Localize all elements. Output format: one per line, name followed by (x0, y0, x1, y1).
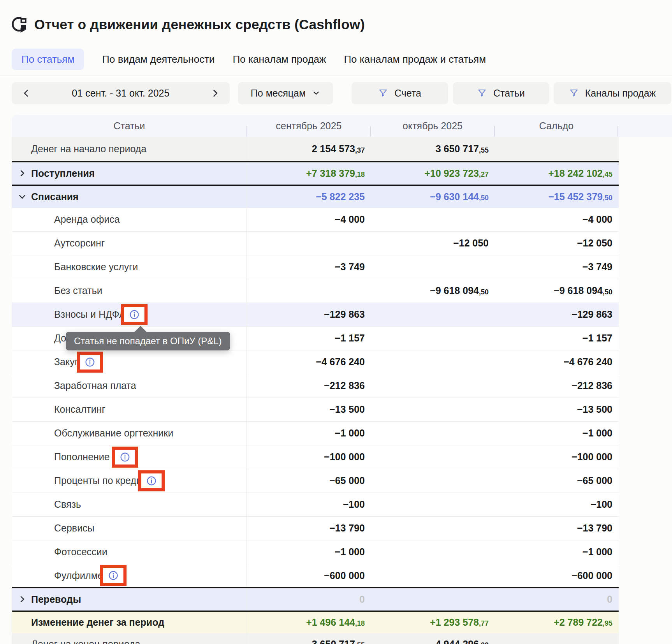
article-cell: Обслуживание оргтехники (12, 422, 247, 445)
page-title: Отчет о движении денежных средств (Cashf… (34, 17, 365, 32)
row-ad-account-topup: Пополнение РК−100 000−100 000 (12, 445, 619, 469)
row-expenses[interactable]: Списания−5 822 235−9 630 144,50−15 452 3… (12, 185, 619, 208)
row-label: Денег на конец периода (31, 639, 141, 644)
row-contributions-ndfl: Взносы и НДФЛСтатья не попадает в ОПиУ (… (12, 303, 619, 327)
value-cell: +1 496 144,18 (247, 612, 371, 633)
info-icon[interactable] (120, 452, 130, 462)
chevron-left-icon[interactable] (22, 89, 31, 98)
value-cell (371, 398, 494, 421)
row-purchases: Закупки−4 676 240−4 676 240 (12, 350, 619, 374)
filter-articles[interactable]: Статьи (453, 82, 549, 104)
chevron-down-icon[interactable] (18, 192, 26, 201)
value-cell (371, 588, 494, 611)
article-cell: Взносы и НДФЛ (12, 303, 247, 326)
value-cell: −12 050 (494, 232, 618, 255)
row-opening-balance: Денег на начало периода2 154 573,373 650… (12, 137, 619, 161)
row-label: Консалтинг (54, 404, 106, 415)
value-cell (494, 137, 618, 161)
value-cell (371, 327, 494, 350)
value-cell: −12 050 (371, 232, 494, 255)
chevron-right-icon[interactable] (18, 169, 26, 178)
value-cell: −129 863 (494, 303, 618, 326)
filter-label: Каналы продаж (585, 88, 656, 99)
article-cell: Консалтинг (12, 398, 247, 421)
value-cell (371, 422, 494, 445)
info-icon[interactable] (129, 310, 139, 320)
article-cell: Переводы (12, 588, 247, 611)
value-cell: −13 500 (247, 398, 371, 421)
value-cell: −4 676 240 (494, 350, 618, 374)
value-cell (247, 232, 371, 255)
value-cell: −100 000 (494, 445, 618, 469)
grouping-select[interactable]: По месяцам (238, 82, 333, 104)
value-cell: −5 822 235 (247, 186, 371, 208)
value-cell: 0 (494, 588, 618, 611)
row-incomes[interactable]: Поступления+7 318 379,18+10 923 723,27+1… (12, 161, 619, 185)
filter-accounts[interactable]: Счета (352, 82, 448, 104)
row-office-rent: Аренда офиса−4 000−4 000 (12, 208, 619, 232)
value-cell (371, 303, 494, 326)
row-label: Связь (54, 499, 81, 510)
tab-by-articles[interactable]: По статьям (12, 49, 84, 70)
chevron-right-icon[interactable] (210, 89, 219, 98)
value-cell: −4 000 (247, 208, 371, 231)
tab-by-activity-type[interactable]: По видам деятельности (102, 49, 215, 70)
row-label: Сервисы (54, 523, 95, 534)
row-telecom: Связь−100−100 (12, 493, 619, 517)
article-cell: Банковские услуги (12, 255, 247, 279)
row-transfers[interactable]: Переводы00 (12, 587, 619, 611)
chevron-right-icon[interactable] (18, 595, 26, 604)
value-cell: −100 (247, 493, 371, 516)
row-label: Взносы и НДФЛ (54, 309, 125, 320)
value-cell (371, 374, 494, 398)
row-label: Изменение денег за период (31, 617, 164, 628)
article-cell: Пополнение РК (12, 445, 247, 469)
info-icon[interactable] (146, 476, 157, 486)
app-header: Отчет о движении денежных средств (Cashf… (0, 0, 672, 42)
cashflow-icon (11, 16, 28, 33)
article-cell: Сервисы (12, 517, 247, 540)
value-cell: −600 000 (494, 564, 618, 587)
value-cell: −13 790 (247, 517, 371, 540)
value-cell: −4 000 (494, 208, 618, 231)
row-label: Поступления (31, 168, 95, 179)
cashflow-table-body: Денег на начало периода2 154 573,373 650… (12, 137, 619, 644)
article-cell: Аренда офиса (12, 208, 247, 231)
chevron-down-icon (312, 89, 320, 97)
filter-sales-channels[interactable]: Каналы продаж (554, 82, 671, 104)
divider (0, 76, 672, 76)
value-cell (371, 255, 494, 279)
value-cell: −1 000 (247, 540, 371, 564)
row-services: Сервисы−13 790−13 790 (12, 517, 619, 540)
value-cell: +18 242 102,45 (494, 162, 618, 185)
filter-label: Счета (394, 88, 421, 99)
article-cell: Аутсорсинг (12, 232, 247, 255)
article-cell: Списания (12, 186, 247, 208)
value-cell: −13 500 (494, 398, 618, 421)
row-bank-services: Банковские услуги−3 749−3 749 (12, 255, 619, 279)
article-cell: Проценты по кредиту (12, 469, 247, 493)
row-loan-interest: Проценты по кредиту−65 000−65 000 (12, 469, 619, 493)
value-cell: −212 836 (494, 374, 618, 398)
row-consulting: Консалтинг−13 500−13 500 (12, 398, 619, 422)
value-cell (371, 469, 494, 493)
value-cell: 4 944 296,32 (371, 633, 494, 644)
period-picker[interactable]: 01 сент. - 31 окт. 2025 (12, 82, 230, 104)
info-icon[interactable] (85, 357, 95, 367)
row-fulfillment: Фулфилмент−600 000−600 000 (12, 564, 619, 587)
tab-by-channels-and-articles[interactable]: По каналам продаж и статьям (344, 49, 486, 70)
row-label: Аренда офиса (54, 214, 120, 225)
tab-by-sales-channels[interactable]: По каналам продаж (233, 49, 326, 70)
value-cell (371, 350, 494, 374)
value-cell: 3 650 717,55 (247, 633, 371, 644)
info-icon[interactable] (108, 570, 118, 581)
value-cell: +1 293 578,77 (371, 612, 494, 633)
value-cell: 3 650 717,55 (371, 137, 494, 161)
article-cell: Фотосессии (12, 540, 247, 564)
funnel-icon (378, 88, 388, 98)
row-label: Переводы (31, 594, 81, 605)
value-cell: −13 790 (494, 517, 618, 540)
article-cell: Денег на конец периода (12, 633, 247, 644)
column-header-saldo: Сальдо (494, 120, 618, 132)
value-cell: −1 157 (494, 327, 618, 350)
